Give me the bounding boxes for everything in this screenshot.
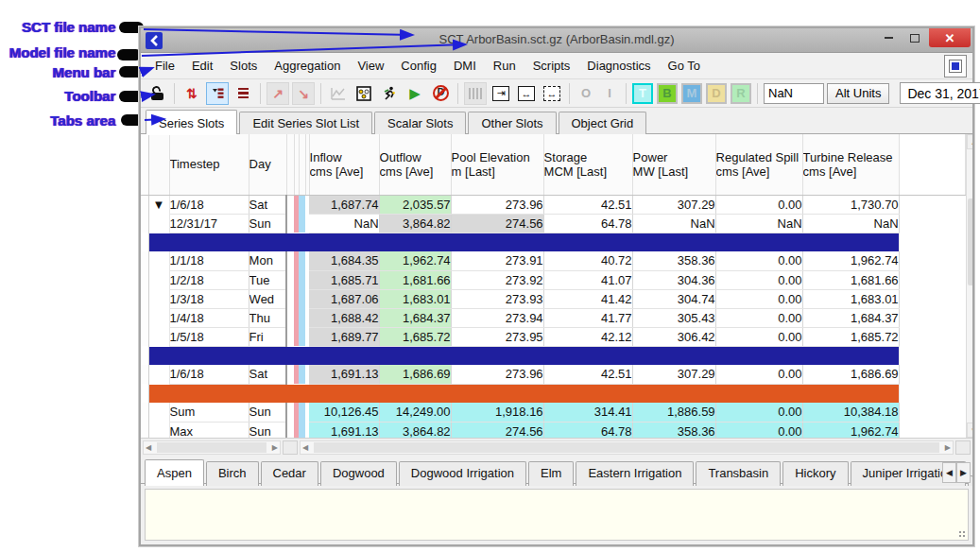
equal-column-width-icon[interactable]: ↔ — [515, 82, 538, 105]
cell-outflow[interactable]: 3,864.82 — [379, 214, 451, 233]
horizontal-scroll-thumb[interactable] — [314, 442, 939, 453]
toolbar-letter-b[interactable]: B — [657, 83, 678, 104]
cell-inflow[interactable]: 1,685.71 — [309, 270, 379, 289]
riverware-workspace-button[interactable] — [944, 55, 967, 78]
cell-inflow[interactable]: 10,126.45 — [309, 403, 379, 422]
cell-day[interactable]: Wed — [249, 289, 286, 308]
date-display[interactable]: Dec 31, 2017 — [900, 82, 980, 104]
cell-outflow[interactable]: 1,962.74 — [379, 251, 451, 270]
cell-regulated-spill[interactable]: 0.00 — [715, 327, 802, 346]
menu-item-diagnostics[interactable]: Diagnostics — [578, 55, 659, 77]
cell-timestep[interactable]: 1/4/18 — [169, 308, 249, 327]
cell-storage[interactable]: 314.41 — [543, 403, 632, 422]
menu-item-config[interactable]: Config — [392, 55, 445, 77]
fit-all-columns-icon[interactable]: ↔ — [541, 82, 563, 105]
cell-outflow[interactable]: 1,684.37 — [379, 308, 451, 327]
toolbar-letter-i[interactable]: I — [599, 83, 620, 104]
object-tab-eastern-irrigation[interactable]: Eastern Irrigation — [576, 461, 694, 486]
lock-icon[interactable] — [146, 82, 168, 105]
pane-splitter-button[interactable] — [283, 440, 298, 455]
cell-outflow[interactable]: 1,685.72 — [379, 327, 451, 346]
column-header-storage[interactable]: StorageMCM [Last] — [543, 134, 632, 195]
start-run-icon[interactable]: ▶ — [404, 82, 426, 105]
object-tabs-scroll-left-icon[interactable]: ◀ — [942, 462, 956, 483]
column-header-inflow[interactable]: Inflowcms [Ave] — [309, 134, 379, 195]
cell-timestep[interactable]: 1/1/18 — [169, 251, 249, 270]
cell-timestep[interactable]: Sum — [169, 403, 249, 422]
menu-item-slots[interactable]: Slots — [221, 55, 266, 77]
cell-inflow[interactable]: NaN — [309, 214, 379, 233]
cell-regulated-spill[interactable]: 0.00 — [715, 289, 802, 308]
plot-icon[interactable] — [327, 82, 350, 105]
title-bar[interactable]: SCT ArborBasin.sct.gz (ArborBasin.mdl.gz… — [141, 28, 972, 53]
scroll-up-icon[interactable]: ▲ — [967, 134, 972, 149]
object-tab-dogwood-irrigation[interactable]: Dogwood Irrigation — [399, 461, 526, 486]
divider-slots-icon[interactable] — [464, 82, 487, 105]
cell-day[interactable]: Mon — [249, 251, 286, 270]
cell-day[interactable]: Sat — [249, 195, 286, 214]
cell-day[interactable]: Tue — [249, 270, 286, 289]
cell-power[interactable]: 305.43 — [632, 308, 715, 327]
expand-aggregation-icon[interactable]: ↗ — [266, 82, 289, 105]
tab-scalar-slots[interactable]: Scalar Slots — [374, 112, 466, 134]
cell-timestep[interactable]: 1/5/18 — [169, 327, 249, 346]
run-control-icon[interactable] — [378, 82, 401, 105]
model-run-analysis-icon[interactable] — [352, 82, 375, 105]
cell-outflow[interactable]: 3,864.82 — [379, 422, 451, 439]
cell-day[interactable]: Sun — [249, 422, 286, 439]
vertical-scrollbar[interactable]: ▲ ▼ — [966, 134, 972, 438]
cell-timestep[interactable]: 1/3/18 — [169, 289, 249, 308]
cell-turbine-release[interactable]: 1,683.01 — [802, 289, 899, 308]
object-tab-birch[interactable]: Birch — [206, 461, 259, 486]
cell-turbine-release[interactable]: 1,962.74 — [802, 251, 899, 270]
cell-power[interactable]: 358.36 — [632, 422, 715, 439]
cell-outflow[interactable]: 14,249.00 — [379, 403, 451, 422]
cell-power[interactable]: 1,886.59 — [632, 403, 715, 422]
object-tab-cedar[interactable]: Cedar — [261, 461, 318, 486]
tab-series-slots[interactable]: Series Slots — [146, 110, 237, 134]
stop-run-icon[interactable]: D — [429, 82, 452, 105]
column-header-day[interactable]: Day — [249, 134, 286, 195]
cell-power[interactable]: 304.74 — [632, 289, 715, 308]
cell-turbine-release[interactable]: 1,686.69 — [802, 365, 899, 384]
scroll-right-icon[interactable]: ▶ — [945, 443, 951, 452]
menu-item-aggregation[interactable]: Aggregation — [266, 55, 349, 77]
cell-regulated-spill[interactable]: 0.00 — [715, 251, 802, 270]
scroll-left-icon[interactable]: ◀ — [302, 443, 308, 452]
menu-item-edit[interactable]: Edit — [183, 55, 221, 77]
scroll-right-icon[interactable]: ▶ — [272, 443, 278, 452]
toolbar-letter-m[interactable]: M — [681, 83, 702, 104]
cell-inflow[interactable]: 1,687.74 — [309, 195, 379, 214]
cell-inflow[interactable]: 1,688.42 — [309, 308, 379, 327]
cell-turbine-release[interactable]: 1,684.37 — [802, 308, 899, 327]
alt-units-button[interactable]: Alt Units — [827, 83, 889, 104]
cell-pool-elevation[interactable]: 273.93 — [451, 289, 543, 308]
value-entry-input[interactable] — [764, 83, 824, 104]
toolbar-letter-o[interactable]: O — [576, 83, 596, 104]
cell-turbine-release[interactable]: 1,685.72 — [802, 327, 899, 346]
fit-column-width-icon[interactable]: ⇥ — [490, 82, 512, 105]
cell-pool-elevation[interactable]: 273.95 — [451, 327, 543, 346]
cell-regulated-spill[interactable]: 0.00 — [715, 422, 802, 439]
frozen-columns-scrollbar[interactable]: ◀ ▶ — [143, 440, 281, 455]
cell-storage[interactable]: 41.77 — [543, 308, 632, 327]
cell-power[interactable]: NaN — [632, 214, 715, 233]
cell-storage[interactable]: 41.07 — [543, 270, 632, 289]
menu-item-scripts[interactable]: Scripts — [524, 55, 579, 77]
cell-storage[interactable]: 41.42 — [543, 289, 632, 308]
cell-day[interactable]: Sun — [249, 403, 286, 422]
collapse-aggregation-icon[interactable]: ↘ — [292, 82, 315, 105]
tab-edit-series-slot-list[interactable]: Edit Series Slot List — [239, 112, 372, 134]
row-expander-icon[interactable]: ▼ — [148, 195, 169, 214]
cell-pool-elevation[interactable]: 274.56 — [451, 422, 543, 439]
cell-storage[interactable]: 42.51 — [543, 365, 632, 384]
menu-item-dmi[interactable]: DMI — [445, 55, 485, 77]
cell-pool-elevation[interactable]: 1,918.16 — [451, 403, 543, 422]
cell-outflow[interactable]: 2,035.57 — [379, 195, 451, 214]
cell-inflow[interactable]: 1,684.35 — [309, 251, 379, 270]
column-header-pool-elevation[interactable]: Pool Elevationm [Last] — [451, 134, 543, 195]
cell-outflow[interactable]: 1,681.66 — [379, 270, 451, 289]
horizontal-scroll-thumb[interactable] — [157, 442, 266, 453]
cell-day[interactable]: Thu — [249, 308, 286, 327]
close-button[interactable]: ✕ — [929, 28, 971, 47]
